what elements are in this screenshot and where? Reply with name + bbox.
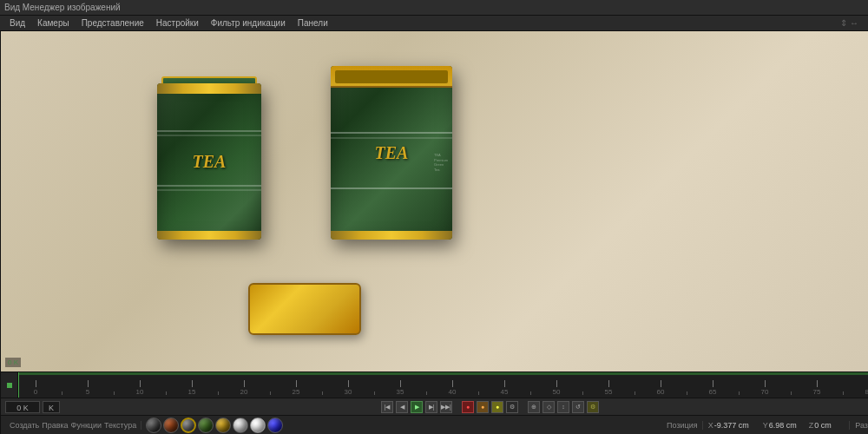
mat-ball-6[interactable]: [250, 418, 266, 433]
menu-settings[interactable]: Настройки: [151, 17, 204, 29]
menu-panels[interactable]: Панели: [293, 17, 333, 29]
btn-record-yellow[interactable]: ●: [491, 401, 503, 413]
material-balls-area: [143, 418, 286, 433]
timeline-green-bar: [18, 372, 868, 375]
mat-ball-7[interactable]: [267, 418, 283, 433]
viewport-3d[interactable]: TEA TEA TEAPremiumGreenTea: [1, 31, 868, 372]
mat-ball-0[interactable]: [146, 418, 161, 433]
btn-record-red[interactable]: ●: [462, 401, 474, 413]
btn-autokey[interactable]: ⚙: [506, 401, 518, 413]
viewport-indicator: 0 K: [5, 358, 21, 367]
btn-snap[interactable]: ⊕: [528, 401, 540, 413]
titlebar: Вид Менеджер изображений: [0, 0, 868, 16]
menu-edit[interactable]: Правка: [42, 421, 68, 430]
btn-options[interactable]: ⚙: [587, 401, 599, 413]
btn-prev-frame[interactable]: ◀: [396, 401, 408, 413]
pos-y-val: 6.98 cm: [769, 421, 808, 430]
viewport-container: TEA TEA TEAPremiumGreenTea: [1, 31, 868, 434]
frame-current[interactable]: 0 K: [5, 401, 40, 413]
pos-z-val: 0 cm: [814, 421, 845, 430]
menubar: Вид Камеры Представление Настройки Фильт…: [0, 16, 868, 31]
main-layout: ↖ ✛ ⊡ ↺ □ ○ ☀ 📷 ◈ ∿ N ⊠ S ✎ ❋ ⊞ 🦴 ✿: [0, 31, 868, 434]
timeline-indicator: [7, 383, 12, 388]
menu-cameras[interactable]: Камеры: [32, 17, 75, 29]
mat-ball-5[interactable]: [233, 418, 248, 433]
timeline-ticks: 0 5 10 15 20 25 30 35 40: [18, 372, 868, 398]
scene-3d: TEA TEA TEAPremiumGreenTea: [1, 31, 868, 372]
pos-x-val: -9.377 cm: [714, 421, 762, 430]
mat-ball-4[interactable]: [215, 418, 231, 433]
btn-jump-start[interactable]: |◀: [381, 401, 393, 413]
btn-record-orange[interactable]: ●: [477, 401, 489, 413]
toolbar-menus: Создать Правка Функции Текстура: [5, 421, 141, 430]
can-body-right: TEA TEAPremiumGreenTea: [331, 66, 452, 240]
size-label: Размер: [851, 421, 868, 430]
tea-can-right: TEA TEAPremiumGreenTea: [331, 66, 452, 240]
timeline-ruler[interactable]: 0 5 10 15 20 25 30 35 40: [18, 372, 868, 398]
bottom-toolbar: Создать Правка Функции Текстура Позиция: [1, 415, 868, 434]
pos-z-label: Z: [809, 421, 814, 430]
can-label-right: TEA: [375, 143, 409, 163]
tea-can-left: TEA: [157, 83, 261, 240]
btn-jump-end[interactable]: ▶▶|: [440, 401, 452, 413]
menu-create[interactable]: Создать: [10, 421, 39, 430]
btn-frame-marker[interactable]: ↕: [557, 401, 569, 413]
position-values: X -9.377 cm Y 6.98 cm Z 0 cm: [704, 421, 851, 430]
pos-y-label: Y: [763, 421, 768, 430]
menu-filter[interactable]: Фильтр индикации: [206, 17, 291, 29]
btn-next-frame[interactable]: ▶|: [425, 401, 437, 413]
pos-x-label: X: [708, 421, 713, 430]
mat-ball-3[interactable]: [198, 418, 214, 433]
timeline-controls: 0 K K |◀ ◀ ▶ ▶| ▶▶| ● ● ● ⚙ ⊕ ◇ ↕ ↺ ⚙ 90…: [1, 398, 868, 415]
position-label: Позиция: [667, 421, 703, 430]
title-text: Вид Менеджер изображений: [4, 3, 121, 12]
mat-ball-2[interactable]: [181, 418, 196, 433]
mat-ball-1[interactable]: [163, 418, 179, 433]
menu-extra: ⇕ ↔: [835, 17, 864, 29]
transform-info: Позиция X -9.377 cm Y 6.98 cm Z 0 cm Раз…: [667, 421, 868, 430]
timeline[interactable]: 0 5 10 15 20 25 30 35 40: [1, 372, 868, 398]
menu-representation[interactable]: Представление: [76, 17, 149, 29]
btn-loop[interactable]: ↺: [572, 401, 584, 413]
btn-play[interactable]: ▶: [411, 401, 423, 413]
tea-lid: [248, 283, 361, 335]
menu-functions[interactable]: Функции: [71, 421, 102, 430]
keyframe-field[interactable]: K: [43, 401, 60, 413]
can-label-left: TEA: [193, 152, 227, 172]
lid-body: [248, 283, 361, 335]
timeline-playhead[interactable]: [18, 372, 19, 398]
menu-texture[interactable]: Текстура: [104, 421, 136, 430]
menu-vid[interactable]: Вид: [4, 17, 30, 29]
btn-markers[interactable]: ◇: [542, 401, 555, 413]
can-body-left: TEA: [157, 83, 261, 240]
